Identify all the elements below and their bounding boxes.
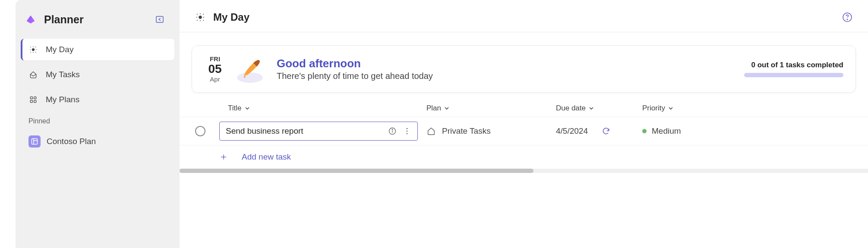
task-title-input[interactable] [226, 126, 388, 136]
grid-icon [28, 95, 38, 104]
date-day: 05 [204, 63, 226, 76]
svg-point-1 [32, 49, 35, 51]
svg-rect-2 [30, 97, 32, 99]
date-dow: FRI [204, 55, 226, 63]
date-block: FRI 05 Apr [204, 55, 226, 83]
column-label: Plan [426, 104, 441, 113]
nav-my-day[interactable]: My Day [21, 39, 174, 60]
svg-point-11 [847, 19, 848, 20]
svg-point-9 [199, 16, 202, 19]
chevron-down-icon [588, 105, 594, 111]
collapse-sidebar-button[interactable] [154, 13, 166, 25]
nav-my-plans[interactable]: My Plans [21, 89, 174, 110]
chevron-down-icon [244, 105, 250, 111]
svg-rect-6 [32, 139, 38, 144]
nav-my-tasks[interactable]: My Tasks [21, 64, 174, 85]
svg-point-16 [407, 128, 408, 129]
nav-items: My Day My Tasks [21, 39, 174, 110]
column-priority-header[interactable]: Priority [642, 104, 720, 113]
svg-point-18 [407, 133, 408, 135]
add-task-label: Add new task [242, 152, 291, 162]
priority-label: Medium [652, 126, 681, 136]
horizontal-scrollbar[interactable] [180, 169, 868, 173]
add-new-task-button[interactable]: Add new task [180, 145, 868, 169]
task-plan-cell[interactable]: Private Tasks [426, 126, 556, 136]
chevron-down-icon [444, 105, 450, 111]
nav-label: My Plans [46, 95, 79, 104]
task-row: Private Tasks 4/5/2024 Medium [180, 117, 868, 145]
sidebar: Planner My Day [16, 0, 180, 248]
planner-logo-icon [24, 13, 37, 26]
pinned-section-label: Pinned [21, 114, 174, 129]
sun-icon [195, 12, 205, 22]
plan-name: Private Tasks [442, 126, 491, 136]
svg-rect-3 [34, 97, 36, 99]
board-icon [28, 135, 41, 148]
column-label: Priority [642, 104, 665, 113]
svg-point-17 [407, 131, 408, 132]
greeting-block: Good afternoon There's plenty of time to… [277, 57, 731, 81]
more-actions-icon[interactable] [403, 127, 411, 135]
chevron-down-icon [668, 105, 674, 111]
progress-bar [744, 73, 843, 77]
due-date: 4/5/2024 [556, 126, 588, 136]
app-title: Planner [44, 13, 154, 26]
greeting-title: Good afternoon [277, 57, 731, 70]
column-due-header[interactable]: Due date [556, 104, 642, 113]
page-title: My Day [213, 11, 842, 23]
nav-label: My Tasks [46, 70, 80, 79]
progress-text: 0 out of 1 tasks completed [731, 61, 843, 69]
task-title-cell[interactable] [219, 122, 418, 141]
complete-checkbox[interactable] [195, 126, 205, 136]
pinned-plan-contoso[interactable]: Contoso Plan [21, 129, 174, 154]
task-priority-cell[interactable]: Medium [642, 126, 720, 136]
page-header: My Day [180, 0, 868, 32]
pinned-plan-label: Contoso Plan [47, 137, 96, 146]
greeting-banner: FRI 05 Apr Good afternoon There's plenty… [192, 45, 856, 93]
sun-icon [28, 45, 38, 54]
help-button[interactable] [842, 12, 852, 22]
home-icon [426, 126, 436, 136]
task-due-cell[interactable]: 4/5/2024 [556, 126, 642, 136]
svg-rect-0 [156, 16, 163, 22]
plus-icon [219, 153, 228, 161]
task-table: Title Plan Due date [180, 100, 868, 173]
column-plan-header[interactable]: Plan [426, 104, 556, 113]
nav-label: My Day [46, 45, 73, 54]
progress-block: 0 out of 1 tasks completed [731, 61, 843, 77]
sidebar-header: Planner [21, 9, 174, 39]
priority-dot-icon [642, 129, 647, 133]
column-label: Title [228, 104, 242, 113]
svg-point-12 [237, 72, 263, 83]
svg-point-15 [392, 129, 393, 130]
pencil-illustration-icon [234, 53, 267, 85]
date-month: Apr [204, 75, 226, 83]
table-headers: Title Plan Due date [180, 100, 868, 117]
info-icon[interactable] [388, 127, 397, 135]
pinned-items: Contoso Plan [21, 129, 174, 154]
envelope-icon [28, 70, 38, 79]
greeting-subtitle: There's plenty of time to get ahead toda… [277, 71, 731, 81]
svg-rect-4 [30, 100, 32, 103]
scrollbar-thumb[interactable] [180, 169, 533, 173]
recurring-icon[interactable] [602, 127, 610, 135]
svg-rect-5 [34, 100, 36, 103]
main-panel: My Day FRI 05 Apr [180, 0, 868, 248]
column-label: Due date [556, 104, 586, 113]
column-title-header[interactable]: Title [219, 104, 426, 113]
